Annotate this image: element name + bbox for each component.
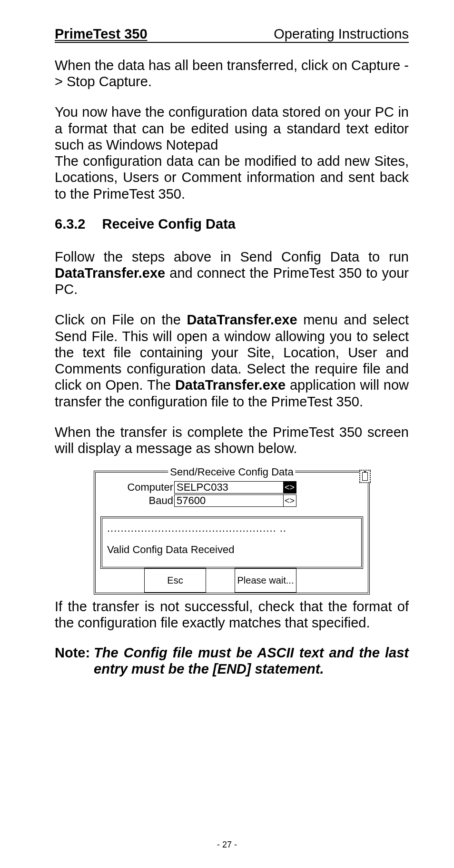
paragraph-2: You now have the configuration data stor… xyxy=(55,104,409,153)
computer-arrow-icon: <> xyxy=(283,481,296,494)
section-title: Receive Config Data xyxy=(102,216,236,232)
device-screenshot: Send/Receive Config Data Computer SELPC0… xyxy=(94,471,370,595)
status-panel: ........................................… xyxy=(100,516,363,569)
note-body: The Config file must be ASCII text and t… xyxy=(94,645,409,677)
paragraph-5: Click on File on the DataTransfer.exe me… xyxy=(55,312,409,409)
screen-title: Send/Receive Config Data xyxy=(168,466,295,478)
p5a: Click on File on the xyxy=(55,312,187,327)
paragraph-7: If the transfer is not successful, check… xyxy=(55,598,409,631)
note-label: Note: xyxy=(55,645,90,677)
header-title-right: Operating Instructions xyxy=(274,26,409,42)
progress-dots: ........................................… xyxy=(107,521,356,536)
paragraph-4: Follow the steps above in Send Config Da… xyxy=(55,249,409,298)
config-fields: Computer SELPC033 <> Baud 57600 <> xyxy=(96,473,368,513)
paragraph-3: The configuration data can be modified t… xyxy=(55,153,409,202)
para4-bold: DataTransfer.exe xyxy=(55,265,165,281)
computer-label: Computer xyxy=(105,481,174,494)
p5b: DataTransfer.exe xyxy=(187,312,297,327)
baud-value: 57600 xyxy=(174,495,284,507)
header-title-left: PrimeTest 350 xyxy=(55,26,148,42)
p5d: DataTransfer.exe xyxy=(175,377,286,393)
computer-value: SELPC033 xyxy=(174,481,284,494)
button-row: Esc Please wait... xyxy=(96,568,368,593)
computer-row: Computer SELPC033 <> xyxy=(105,481,358,494)
baud-row: Baud 57600 <> xyxy=(105,495,358,507)
baud-arrow-icon: <> xyxy=(283,495,296,507)
section-number: 6.3.2 xyxy=(55,216,86,232)
page-header: PrimeTest 350 Operating Instructions xyxy=(55,26,409,43)
device-screen-frame: Send/Receive Config Data Computer SELPC0… xyxy=(94,471,370,595)
paragraph-6: When the transfer is complete the PrimeT… xyxy=(55,424,409,456)
esc-button[interactable]: Esc xyxy=(144,568,206,593)
note-block: Note: The Config file must be ASCII text… xyxy=(55,645,409,677)
page-number: - 27 - xyxy=(217,840,237,850)
paragraph-1: When the data has all been transferred, … xyxy=(55,57,409,90)
para4-pre: Follow the steps above in Send Config Da… xyxy=(55,249,409,264)
status-message: Valid Config Data Received xyxy=(107,543,356,557)
please-wait-label: Please wait... xyxy=(235,568,296,593)
battery-icon xyxy=(359,470,371,483)
section-heading: 6.3.2Receive Config Data xyxy=(55,216,409,232)
baud-label: Baud xyxy=(105,495,174,507)
